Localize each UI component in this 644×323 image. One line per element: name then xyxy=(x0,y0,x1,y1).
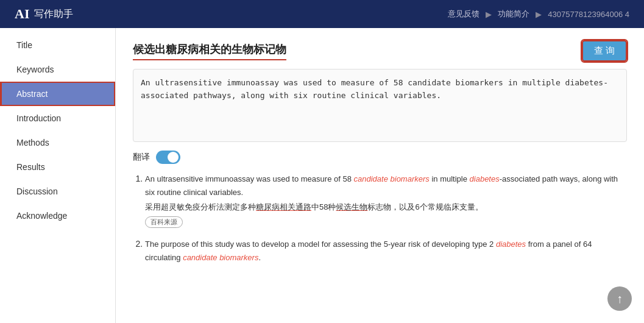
result-1-trans-mid: 中58种 xyxy=(311,202,336,211)
main-content: 候选出糖尿病相关的生物标记物 查 询 An ultrasensitive imm… xyxy=(116,28,644,323)
translate-label: 翻译 xyxy=(133,152,150,163)
translate-row: 翻译 xyxy=(133,151,627,164)
result-1-translation: 采用超灵敏免疫分析法测定多种糖尿病相关通路中58种候选生物标志物，以及6个常规临… xyxy=(145,202,627,213)
main-layout: Title Keywords Abstract Introduction Met… xyxy=(0,28,644,323)
toggle-thumb xyxy=(168,152,179,163)
user-id: 43075778123964006 4 xyxy=(548,10,629,19)
result-1-trans-underline2: 候选生物 xyxy=(336,202,367,211)
scroll-up-button[interactable]: ↑ xyxy=(607,286,632,311)
result-1-highlight-diabetes: diabetes xyxy=(470,174,500,183)
sidebar-item-acknowledge[interactable]: Acknowledge xyxy=(0,204,115,228)
sidebar-item-keywords[interactable]: Keywords xyxy=(0,57,115,82)
nav-separator-1: ▶ xyxy=(486,10,492,19)
sidebar-item-title[interactable]: Title xyxy=(0,33,115,57)
result-item-2-text: The purpose of this study was to develop… xyxy=(145,238,627,264)
result-2-highlight-biomarkers: candidate biomarkers xyxy=(183,253,258,262)
result-1-highlight-biomarkers: candidate biomarkers xyxy=(354,174,430,183)
result-item-1-text: An ultrasensitive immunoassay was used t… xyxy=(145,172,627,199)
ai-logo-icon: AI xyxy=(15,6,29,22)
translate-toggle[interactable] xyxy=(156,151,180,164)
logo: AI 写作助手 xyxy=(15,6,73,22)
sidebar-item-discussion[interactable]: Discussion xyxy=(0,179,115,204)
result-1-trans-before: 采用超灵敏免疫分析法测定多种 xyxy=(145,202,256,211)
result-item-2: The purpose of this study was to develop… xyxy=(145,238,627,264)
nav-separator-2: ▶ xyxy=(536,10,542,19)
result-2-text-end: . xyxy=(258,253,261,262)
sidebar-item-methods[interactable]: Methods xyxy=(0,130,115,155)
result-1-trans-underline1: 糖尿病相关通路 xyxy=(256,202,311,211)
result-item-1: An ultrasensitive immunoassay was used t… xyxy=(145,172,627,228)
logo-text: 写作助手 xyxy=(34,8,73,21)
feedback-link[interactable]: 意见反馈 xyxy=(448,9,479,20)
result-1-text-before: An ultrasensitive immunoassay was used t… xyxy=(145,174,354,183)
result-list: An ultrasensitive immunoassay was used t… xyxy=(133,172,627,264)
sidebar-item-results[interactable]: Results xyxy=(0,155,115,179)
query-button[interactable]: 查 询 xyxy=(582,40,627,62)
header-nav: 意见反馈 ▶ 功能简介 ▶ 43075778123964006 4 xyxy=(448,9,629,20)
paper-title-row: 候选出糖尿病相关的生物标记物 查 询 xyxy=(133,40,627,62)
sidebar-item-abstract[interactable]: Abstract xyxy=(0,82,115,106)
result-2-text-before: The purpose of this study was to develop… xyxy=(145,240,496,249)
result-1-text-mid: in multiple xyxy=(430,174,470,183)
header: AI 写作助手 意见反馈 ▶ 功能简介 ▶ 43075778123964006 … xyxy=(0,0,644,28)
result-1-trans-end: 标志物，以及6个常规临床支量。 xyxy=(367,202,483,211)
abstract-textarea[interactable]: An ultrasensitive immunoassay was used t… xyxy=(133,69,627,142)
features-link[interactable]: 功能简介 xyxy=(498,9,529,20)
result-2-highlight-diabetes: diabetes xyxy=(496,240,526,249)
paper-title: 候选出糖尿病相关的生物标记物 xyxy=(133,42,286,60)
source-badge-1[interactable]: 百科来源 xyxy=(145,216,183,228)
sidebar-item-introduction[interactable]: Introduction xyxy=(0,106,115,130)
sidebar: Title Keywords Abstract Introduction Met… xyxy=(0,28,116,323)
